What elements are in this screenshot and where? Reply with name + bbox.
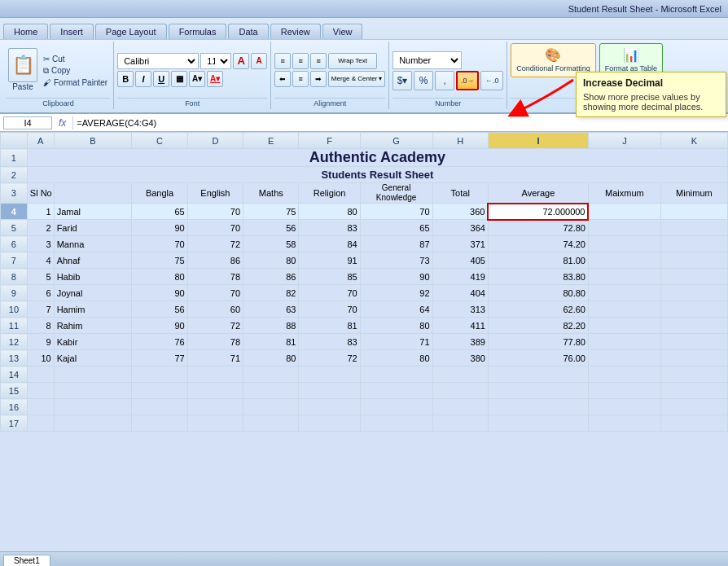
tab-insert[interactable]: Insert	[50, 24, 94, 39]
cell-5-I[interactable]: 72.80	[488, 220, 588, 236]
cell-11-B[interactable]: Rahim	[54, 318, 132, 334]
row-header-12[interactable]: 12	[1, 334, 28, 350]
cell-9-C[interactable]: 90	[132, 285, 187, 301]
col-header-A[interactable]: A	[27, 133, 54, 149]
header-gk[interactable]: General Knowledge	[360, 183, 432, 204]
increase-decimal-btn[interactable]: .0→	[456, 71, 479, 90]
decrease-decimal-btn[interactable]: ←.0	[480, 71, 503, 90]
font-size-select[interactable]: 11	[200, 53, 231, 69]
cell-13-B[interactable]: Kajal	[54, 350, 132, 366]
cell-8-A[interactable]: 5	[27, 269, 54, 285]
cell-10-G[interactable]: 64	[360, 301, 432, 318]
cell-13-D[interactable]: 71	[187, 350, 243, 366]
cell-11-J[interactable]	[588, 318, 660, 334]
cell-6-A[interactable]: 3	[27, 236, 54, 252]
header-total[interactable]: Total	[432, 183, 488, 204]
align-top-right-btn[interactable]: ≡	[310, 53, 327, 69]
number-format-select[interactable]: Number	[393, 51, 462, 69]
decrease-font-btn[interactable]: A	[251, 53, 267, 69]
cell-4-D[interactable]: 70	[187, 204, 243, 220]
cell-9-J[interactable]	[588, 285, 660, 301]
cell-6-F[interactable]: 84	[299, 236, 360, 252]
cell-6-B[interactable]: Manna	[54, 236, 132, 252]
cell-4-H[interactable]: 360	[432, 204, 488, 220]
formula-input[interactable]	[77, 118, 725, 128]
row-header-5[interactable]: 5	[1, 220, 28, 236]
bold-button[interactable]: B	[117, 71, 134, 87]
cell-11-C[interactable]: 90	[132, 318, 187, 334]
cell-11-E[interactable]: 88	[243, 318, 299, 334]
cell-8-H[interactable]: 419	[432, 269, 488, 285]
format-painter-button[interactable]: 🖌 Format Painter	[41, 77, 110, 88]
row-header-6[interactable]: 6	[1, 236, 28, 252]
cell-4-A[interactable]: 1	[27, 204, 54, 220]
cell-10-A[interactable]: 7	[27, 301, 54, 318]
cell-9-F[interactable]: 70	[299, 285, 360, 301]
header-minimum[interactable]: Minimum	[660, 183, 727, 204]
col-header-G[interactable]: G	[360, 133, 432, 149]
row-header-1[interactable]: 1	[1, 149, 28, 167]
merge-center-btn[interactable]: Merge & Center ▾	[328, 71, 385, 87]
row-header-11[interactable]: 11	[1, 318, 28, 334]
cell-8-F[interactable]: 85	[299, 269, 360, 285]
col-header-C[interactable]: C	[132, 133, 187, 149]
cell-10-H[interactable]: 313	[432, 301, 488, 318]
cell-5-B[interactable]: Farid	[54, 220, 132, 236]
row-header-3[interactable]: 3	[1, 183, 28, 204]
cell-7-K[interactable]	[660, 252, 727, 269]
cell-4-E[interactable]: 75	[243, 204, 299, 220]
align-top-left-btn[interactable]: ≡	[274, 53, 291, 69]
cell-6-C[interactable]: 70	[132, 236, 187, 252]
cell-5-C[interactable]: 90	[132, 220, 187, 236]
cell-7-J[interactable]	[588, 252, 660, 269]
cell-12-B[interactable]: Kabir	[54, 334, 132, 350]
col-header-K[interactable]: K	[660, 133, 727, 149]
font-name-select[interactable]: Calibri	[117, 53, 199, 69]
row-header-16[interactable]: 16	[1, 399, 28, 415]
row-header-15[interactable]: 15	[1, 383, 28, 399]
cell-9-A[interactable]: 6	[27, 285, 54, 301]
col-header-H[interactable]: H	[432, 133, 488, 149]
cell-6-E[interactable]: 58	[243, 236, 299, 252]
cell-10-J[interactable]	[588, 301, 660, 318]
cell-8-I[interactable]: 83.80	[488, 269, 588, 285]
cell-13-E[interactable]: 80	[243, 350, 299, 366]
cell-9-B[interactable]: Joynal	[54, 285, 132, 301]
cell-4-G[interactable]: 70	[360, 204, 432, 220]
cell-7-E[interactable]: 80	[243, 252, 299, 269]
cell-7-G[interactable]: 73	[360, 252, 432, 269]
row-header-9[interactable]: 9	[1, 285, 28, 301]
percent-btn[interactable]: %	[414, 71, 433, 90]
cell-5-D[interactable]: 70	[187, 220, 243, 236]
fill-color-button[interactable]: A▾	[189, 71, 205, 87]
cell-5-K[interactable]	[660, 220, 727, 236]
cell-4-K[interactable]	[660, 204, 727, 220]
cell-6-G[interactable]: 87	[360, 236, 432, 252]
cell-13-J[interactable]	[588, 350, 660, 366]
header-religion[interactable]: Religion	[299, 183, 360, 204]
tab-review[interactable]: Review	[270, 24, 321, 39]
align-center-btn[interactable]: ≡	[292, 71, 309, 87]
cell-11-F[interactable]: 81	[299, 318, 360, 334]
cell-12-E[interactable]: 81	[243, 334, 299, 350]
header-average[interactable]: Average	[488, 183, 588, 204]
cell-11-A[interactable]: 8	[27, 318, 54, 334]
cell-11-K[interactable]	[660, 318, 727, 334]
cell-10-I[interactable]: 62.60	[488, 301, 588, 318]
cell-13-G[interactable]: 80	[360, 350, 432, 366]
cell-12-J[interactable]	[588, 334, 660, 350]
col-header-F[interactable]: F	[299, 133, 360, 149]
cell-5-H[interactable]: 364	[432, 220, 488, 236]
cell-12-H[interactable]: 389	[432, 334, 488, 350]
cell-4-I-active[interactable]: 72.000000	[488, 204, 588, 220]
comma-btn[interactable]: ,	[435, 71, 454, 90]
header-english[interactable]: English	[187, 183, 243, 204]
cell-12-A[interactable]: 9	[27, 334, 54, 350]
cell-13-C[interactable]: 77	[132, 350, 187, 366]
cut-button[interactable]: ✂ Cut	[41, 54, 110, 64]
cell-7-I[interactable]: 81.00	[488, 252, 588, 269]
cell-8-D[interactable]: 78	[187, 269, 243, 285]
header-slno[interactable]: Sl No	[27, 183, 54, 204]
cell-6-H[interactable]: 371	[432, 236, 488, 252]
spreadsheet-container[interactable]: A B C D E F G H I J K 1 Authentic Acade	[0, 132, 728, 432]
